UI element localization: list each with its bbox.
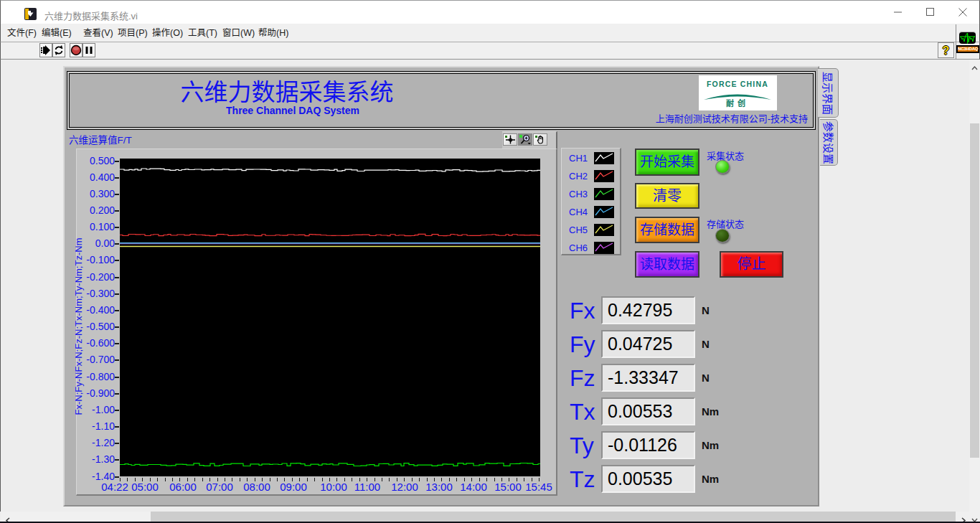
svg-text:耐创: 耐创: [726, 98, 749, 108]
svg-text:FORCE CHINA: FORCE CHINA: [707, 80, 768, 88]
